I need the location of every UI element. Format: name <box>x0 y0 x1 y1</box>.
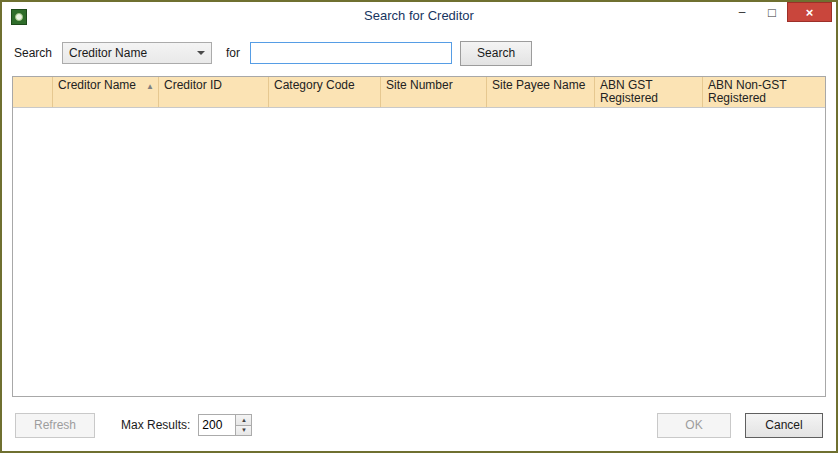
for-label: for <box>226 46 240 60</box>
maximize-button[interactable]: □ <box>757 2 787 22</box>
search-label: Search <box>14 46 52 60</box>
grid-header-abn-non-gst-registered[interactable]: ABN Non-GST Registered <box>703 77 825 107</box>
grid-header-creditor-name[interactable]: Creditor Name ▲ <box>53 77 159 107</box>
grid-header-category-code[interactable]: Category Code <box>269 77 381 107</box>
grid-header-site-number[interactable]: Site Number <box>381 77 487 107</box>
spinner-up-icon[interactable]: ▲ <box>236 415 251 426</box>
spinner-down-icon[interactable]: ▼ <box>236 426 251 436</box>
window-title: Search for Creditor <box>2 8 836 23</box>
search-button[interactable]: Search <box>460 41 532 66</box>
ok-button[interactable]: OK <box>657 413 731 438</box>
grid-header-row: Creditor Name ▲ Creditor ID Category Cod… <box>13 77 825 108</box>
refresh-button[interactable]: Refresh <box>15 413 95 438</box>
max-results-spinner: ▲ ▼ <box>198 414 252 436</box>
grid-header-label: Category Code <box>274 78 355 92</box>
window-controls: – □ × <box>727 2 832 22</box>
chevron-down-icon <box>197 51 205 55</box>
grid-body-empty <box>13 108 825 396</box>
grid-header-row-selector[interactable] <box>13 77 53 107</box>
grid-header-label: ABN Non-GST Registered <box>708 78 786 105</box>
search-query-input[interactable] <box>250 42 452 64</box>
cancel-button[interactable]: Cancel <box>745 413 823 438</box>
grid-header-label: Creditor Name <box>58 78 136 92</box>
footer-bar: Refresh Max Results: ▲ ▼ OK Cancel <box>2 405 836 451</box>
minimize-button[interactable]: – <box>727 2 757 22</box>
search-for-creditor-dialog: Search for Creditor – □ × Search Credito… <box>0 0 838 453</box>
grid-header-abn-gst-registered[interactable]: ABN GST Registered <box>595 77 703 107</box>
max-results-input[interactable] <box>199 415 235 435</box>
sort-ascending-icon: ▲ <box>146 80 154 93</box>
grid-header-label: ABN GST Registered <box>600 78 658 105</box>
close-button[interactable]: × <box>787 2 832 22</box>
grid-header-label: Site Number <box>386 78 453 92</box>
search-bar: Search Creditor Name for Search <box>2 32 836 74</box>
results-grid: Creditor Name ▲ Creditor ID Category Cod… <box>12 76 826 397</box>
grid-header-creditor-id[interactable]: Creditor ID <box>159 77 269 107</box>
grid-header-site-payee-name[interactable]: Site Payee Name <box>487 77 595 107</box>
spinner-buttons: ▲ ▼ <box>235 415 251 435</box>
search-field-selected-value: Creditor Name <box>69 46 147 60</box>
search-field-dropdown[interactable]: Creditor Name <box>62 42 212 64</box>
titlebar: Search for Creditor – □ × <box>2 2 836 32</box>
max-results-label: Max Results: <box>121 418 190 432</box>
grid-header-label: Site Payee Name <box>492 78 585 92</box>
grid-header-label: Creditor ID <box>164 78 222 92</box>
